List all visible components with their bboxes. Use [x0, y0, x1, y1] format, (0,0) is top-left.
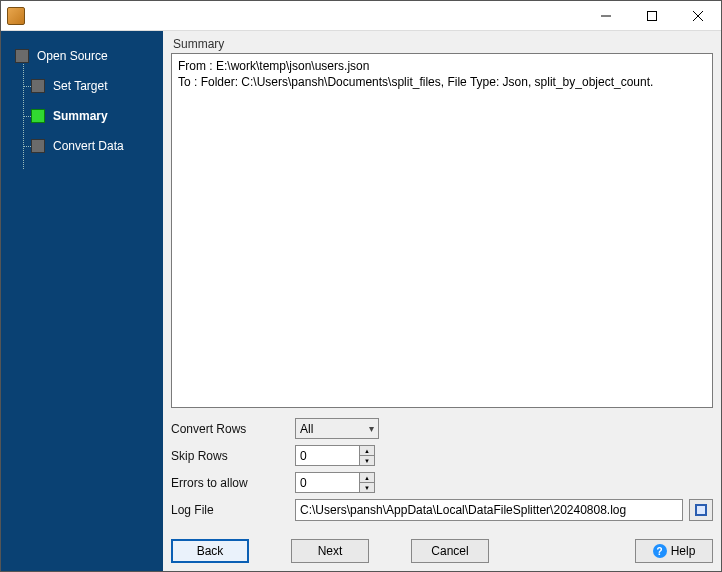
app-icon: [7, 7, 25, 25]
minimize-icon: [601, 11, 611, 21]
skip-rows-input[interactable]: [295, 445, 359, 466]
content-pane: Summary From : E:\work\temp\json\users.j…: [163, 31, 721, 571]
spin-down-button[interactable]: ▼: [360, 456, 374, 465]
step-label: Convert Data: [53, 139, 124, 153]
errors-to-allow-label: Errors to allow: [171, 476, 295, 490]
close-icon: [693, 11, 703, 21]
options-form: Convert Rows All ▾ Skip Rows ▲ ▼ Errors …: [171, 418, 713, 527]
sidebar-item-summary[interactable]: Summary: [1, 101, 163, 131]
button-bar: Back Next Cancel ? Help: [171, 539, 713, 563]
convert-rows-value: All: [300, 422, 313, 436]
convert-rows-label: Convert Rows: [171, 422, 295, 436]
convert-rows-select[interactable]: All ▾: [295, 418, 379, 439]
help-button[interactable]: ? Help: [635, 539, 713, 563]
step-box-icon: [15, 49, 29, 63]
close-button[interactable]: [675, 1, 721, 31]
errors-to-allow-input[interactable]: [295, 472, 359, 493]
sidebar-item-open-source[interactable]: Open Source: [1, 41, 163, 71]
maximize-button[interactable]: [629, 1, 675, 31]
step-box-icon: [31, 79, 45, 93]
sidebar-item-convert-data[interactable]: Convert Data: [1, 131, 163, 161]
chevron-down-icon: ▾: [369, 423, 374, 434]
step-label: Set Target: [53, 79, 107, 93]
minimize-button[interactable]: [583, 1, 629, 31]
next-button[interactable]: Next: [291, 539, 369, 563]
help-icon: ?: [653, 544, 667, 558]
svg-rect-1: [648, 12, 657, 21]
step-box-icon: [31, 109, 45, 123]
browse-icon: [695, 504, 707, 516]
summary-textbox[interactable]: From : E:\work\temp\json\users.json To :…: [171, 53, 713, 408]
skip-rows-stepper[interactable]: ▲ ▼: [295, 445, 375, 466]
summary-from-line: From : E:\work\temp\json\users.json: [178, 58, 706, 74]
titlebar: [1, 1, 721, 31]
spin-up-button[interactable]: ▲: [360, 446, 374, 456]
errors-to-allow-stepper[interactable]: ▲ ▼: [295, 472, 375, 493]
log-file-label: Log File: [171, 503, 295, 517]
summary-group-label: Summary: [173, 37, 713, 51]
step-label: Open Source: [37, 49, 108, 63]
step-box-icon: [31, 139, 45, 153]
maximize-icon: [647, 11, 657, 21]
log-file-input[interactable]: [295, 499, 683, 521]
summary-to-line: To : Folder: C:\Users\pansh\Documents\sp…: [178, 74, 706, 90]
spin-up-button[interactable]: ▲: [360, 473, 374, 483]
sidebar-item-set-target[interactable]: Set Target: [1, 71, 163, 101]
spin-down-button[interactable]: ▼: [360, 483, 374, 492]
skip-rows-label: Skip Rows: [171, 449, 295, 463]
wizard-sidebar: Open Source Set Target Summary Convert D…: [1, 31, 163, 571]
cancel-button[interactable]: Cancel: [411, 539, 489, 563]
back-button[interactable]: Back: [171, 539, 249, 563]
log-file-browse-button[interactable]: [689, 499, 713, 521]
step-label: Summary: [53, 109, 108, 123]
